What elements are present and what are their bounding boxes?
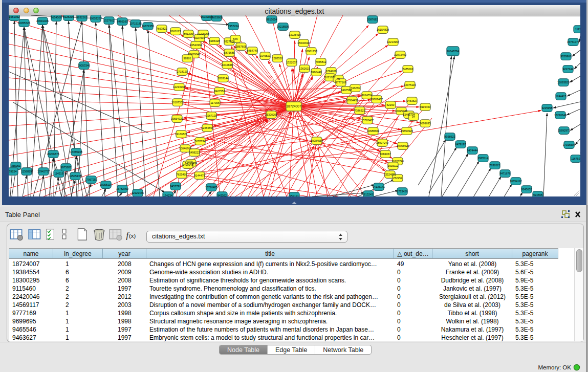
svg-text:9634508: 9634508: [51, 16, 62, 19]
svg-text:9144479: 9144479: [194, 174, 205, 177]
svg-text:2087682: 2087682: [367, 18, 378, 21]
svg-text:9084067: 9084067: [380, 152, 391, 156]
svg-text:16961758: 16961758: [305, 50, 317, 53]
svg-text:19218506: 19218506: [277, 25, 289, 28]
svg-text:7386322: 7386322: [355, 109, 365, 112]
svg-text:9242848: 9242848: [222, 63, 233, 67]
svg-text:7632621: 7632621: [490, 164, 500, 167]
svg-text:19756928: 19756928: [397, 144, 409, 147]
svg-text:13524851: 13524851: [384, 173, 396, 176]
svg-text:1615112: 1615112: [388, 164, 399, 167]
svg-text:815243: 815243: [364, 193, 373, 196]
svg-text:7663822: 7663822: [157, 27, 167, 30]
svg-text:9115460: 9115460: [420, 105, 431, 108]
svg-text:12942757: 12942757: [37, 170, 50, 173]
svg-text:8427552: 8427552: [214, 90, 225, 93]
svg-text:9245652: 9245652: [521, 188, 532, 191]
svg-text:15720407: 15720407: [361, 119, 374, 122]
svg-text:174234: 174234: [163, 194, 172, 196]
svg-text:19166827: 19166827: [175, 133, 187, 136]
svg-text:12213967: 12213967: [387, 40, 399, 43]
svg-text:16033809: 16033809: [210, 16, 223, 19]
svg-text:19384554: 19384554: [311, 139, 323, 142]
svg-text:10654112: 10654112: [510, 180, 522, 183]
svg-text:943562: 943562: [217, 194, 227, 196]
svg-text:15692971: 15692971: [558, 129, 570, 132]
svg-text:9832262: 9832262: [77, 16, 88, 19]
svg-text:16154808: 16154808: [377, 28, 389, 31]
svg-text:17957253: 17957253: [85, 178, 97, 181]
svg-text:12505135: 12505135: [69, 174, 81, 178]
svg-text:12353594: 12353594: [201, 126, 213, 129]
svg-text:924565: 924565: [533, 193, 542, 196]
svg-text:20364436: 20364436: [346, 99, 358, 102]
svg-text:2803144: 2803144: [218, 77, 229, 80]
svg-text:9463627: 9463627: [407, 99, 418, 102]
svg-text:7955812: 7955812: [316, 60, 326, 63]
svg-text:116753: 116753: [571, 157, 580, 160]
svg-text:117006: 117006: [210, 101, 220, 104]
svg-text:98901: 98901: [184, 57, 191, 60]
svg-text:17016504: 17016504: [563, 143, 575, 146]
svg-text:15751074: 15751074: [567, 40, 579, 43]
svg-text:7625402: 7625402: [177, 173, 187, 176]
svg-text:10973493: 10973493: [394, 53, 406, 56]
svg-text:11172: 11172: [575, 28, 580, 31]
svg-text:12323446: 12323446: [132, 191, 144, 194]
svg-text:1244415: 1244415: [556, 95, 567, 98]
svg-text:1362615: 1362615: [299, 67, 310, 70]
svg-text:3267130: 3267130: [206, 114, 217, 117]
svg-text:15640910: 15640910: [297, 41, 310, 45]
svg-text:20691406: 20691406: [36, 19, 49, 23]
svg-text:891295: 891295: [184, 32, 193, 35]
svg-text:1527602: 1527602: [104, 19, 115, 22]
svg-text:8938923: 8938923: [445, 135, 455, 138]
svg-text:9227342: 9227342: [563, 68, 574, 71]
svg-text:1681952: 1681952: [9, 15, 20, 18]
svg-text:94: 94: [412, 115, 415, 118]
svg-text:8990448: 8990448: [311, 71, 322, 74]
svg-text:25300205: 25300205: [265, 113, 277, 116]
svg-text:1322037: 1322037: [287, 61, 297, 64]
svg-text:9699695: 9699695: [420, 122, 431, 125]
svg-text:13325419: 13325419: [289, 33, 301, 36]
svg-text:16648784: 16648784: [447, 50, 459, 53]
svg-text:6479197: 6479197: [455, 143, 466, 146]
svg-text:6466160: 6466160: [117, 20, 128, 23]
svg-text:3624554: 3624554: [362, 94, 373, 97]
svg-text:8125295: 8125295: [63, 15, 74, 18]
svg-text:1621072: 1621072: [325, 76, 336, 79]
svg-text:6794028: 6794028: [326, 70, 337, 73]
svg-text:746266: 746266: [351, 86, 360, 90]
svg-text:7357224: 7357224: [228, 25, 239, 28]
svg-text:10025433: 10025433: [395, 110, 407, 113]
svg-text:19654923: 19654923: [401, 129, 413, 133]
svg-text:39154: 39154: [9, 170, 17, 173]
svg-text:10807487: 10807487: [371, 98, 383, 101]
svg-text:2718120: 2718120: [177, 70, 188, 73]
svg-text:18907249: 18907249: [376, 141, 388, 144]
svg-text:10046766: 10046766: [179, 147, 191, 150]
svg-text:546: 546: [233, 37, 238, 40]
svg-text:3215958: 3215958: [542, 106, 553, 110]
svg-text:12093822: 12093822: [557, 81, 570, 84]
svg-text:20206576: 20206576: [47, 152, 59, 156]
svg-text:10107552: 10107552: [171, 101, 184, 104]
svg-text:9474444: 9474444: [467, 149, 478, 152]
svg-text:8454749: 8454749: [247, 49, 258, 52]
svg-text:12975115: 12975115: [404, 83, 416, 86]
svg-text:15716485: 15716485: [205, 186, 217, 189]
svg-text:29053346: 29053346: [78, 64, 90, 67]
svg-text:8813054: 8813054: [267, 18, 277, 21]
svg-text:9146821: 9146821: [260, 54, 271, 57]
svg-text:16543362: 16543362: [190, 43, 202, 47]
svg-text:2867608: 2867608: [236, 45, 247, 48]
svg-text:16210643: 16210643: [554, 114, 567, 117]
svg-text:252254: 252254: [393, 177, 402, 180]
svg-text:114519: 114519: [54, 172, 63, 175]
svg-text:45: 45: [337, 77, 340, 80]
svg-text:8660123: 8660123: [170, 30, 181, 33]
svg-text:16671355: 16671355: [142, 25, 154, 28]
svg-text:9975887: 9975887: [61, 166, 72, 169]
svg-text:8186328: 8186328: [209, 39, 220, 42]
